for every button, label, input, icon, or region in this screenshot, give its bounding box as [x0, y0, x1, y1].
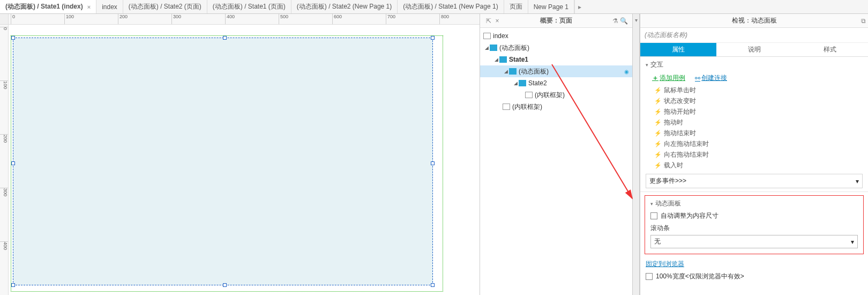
- scrollbar-label: 滚动条: [645, 224, 863, 233]
- ruler-tick: 0: [0, 27, 8, 30]
- event-label: 向左拖动结束时: [664, 139, 709, 149]
- ruler-tick: 300: [171, 14, 181, 24]
- tab-newpage1[interactable]: New Page 1: [528, 0, 574, 13]
- chevron-down-icon: ▾: [646, 62, 648, 68]
- tab-state2-page[interactable]: (动态面板) / State2 (页面): [123, 0, 207, 13]
- more-events-label: 更多事件>>>: [649, 176, 686, 186]
- widget-name-input[interactable]: (动态面板名称): [640, 28, 868, 43]
- checkbox-label: 100%宽度<仅限浏览器中有效>: [656, 272, 744, 281]
- locate-icon[interactable]: ◉: [624, 69, 629, 75]
- event-dragstart[interactable]: ⚡拖动开始时: [654, 106, 863, 117]
- event-swipeleft[interactable]: ⚡向左拖动结束时: [654, 138, 863, 149]
- tree-frame2[interactable]: (内联框架): [480, 101, 632, 113]
- ruler-horizontal: 0 100 200 300 400 500 600 700 800: [9, 14, 480, 25]
- chevron-down-icon: ▾: [650, 201, 653, 206]
- event-label: 向右拖动结束时: [664, 150, 709, 159]
- tree-state2[interactable]: ◢ State2: [480, 77, 632, 89]
- tab-state1-newpage1[interactable]: (动态面板) / State1 (New Page 1): [398, 0, 504, 13]
- outline-tree[interactable]: index ◢ (动态面板) ◢ State1 ◢ (动态面板) ◉ ◢: [480, 28, 632, 295]
- tab-properties[interactable]: 属性: [640, 43, 716, 56]
- section-title-interaction[interactable]: ▾交互: [646, 60, 863, 69]
- expander-icon[interactable]: ◢: [483, 45, 490, 50]
- expander-icon[interactable]: ◢: [512, 80, 519, 86]
- resize-handle[interactable]: [223, 283, 227, 287]
- dynamic-panel-icon: [509, 68, 517, 75]
- close-icon[interactable]: ×: [493, 17, 502, 25]
- resize-handle[interactable]: [11, 36, 15, 40]
- section-label: 交互: [650, 60, 663, 69]
- scrollbar-select[interactable]: 无▾: [650, 235, 858, 248]
- close-icon[interactable]: ×: [87, 4, 91, 10]
- resize-handle[interactable]: [11, 283, 15, 287]
- outline-panel: ⇱ × 概要：页面 ⚗ 🔍 index ◢ (动态面板) ◢ State1 ◢: [480, 14, 632, 295]
- checkbox[interactable]: [646, 273, 653, 280]
- ruler-tick: 200: [0, 134, 8, 143]
- event-label: 拖动时: [664, 118, 683, 127]
- filter-icon[interactable]: ⚗: [611, 17, 619, 25]
- resize-handle[interactable]: [431, 36, 435, 40]
- link-label: 添加用例: [660, 73, 685, 83]
- section-label: 动态面板: [655, 199, 681, 208]
- expander-icon[interactable]: ◢: [503, 69, 509, 74]
- canvas-area[interactable]: 0 100 200 300 400 500 600 700 800 0 100 …: [0, 14, 480, 295]
- selected-widget[interactable]: [13, 38, 433, 285]
- tree-state1[interactable]: ◢ State1: [480, 54, 632, 65]
- chevron-down-icon: ▾: [856, 178, 859, 185]
- resize-handle[interactable]: [431, 283, 435, 287]
- canvas[interactable]: [9, 25, 480, 295]
- ruler-tick: 200: [118, 14, 128, 24]
- tab-style[interactable]: 样式: [792, 43, 868, 56]
- tab-state1-index[interactable]: (动态面板) / State1 (index)×: [0, 0, 96, 13]
- splitter[interactable]: ▾: [632, 14, 640, 295]
- event-onload[interactable]: ⚡载入时: [654, 160, 863, 171]
- tab-label: (动态面板) / State1 (页面): [213, 2, 286, 11]
- more-events-dropdown[interactable]: 更多事件>>>▾: [646, 174, 863, 188]
- tree-label: State2: [528, 79, 547, 87]
- create-link[interactable]: ⚯创建连接: [695, 73, 727, 83]
- chevron-down-icon: ▾: [851, 238, 854, 246]
- tree-dp2-selected[interactable]: ◢ (动态面板) ◉: [480, 65, 632, 77]
- event-icon: ⚡: [654, 119, 662, 126]
- ruler-tick: 500: [279, 14, 288, 24]
- tab-state1-page[interactable]: (动态面板) / State1 (页面): [207, 0, 291, 13]
- expander-icon[interactable]: ◢: [493, 57, 499, 62]
- event-statechange[interactable]: ⚡状态改变时: [654, 95, 863, 106]
- resize-handle[interactable]: [431, 161, 435, 165]
- properties-panel: 检视：动态面板 ⧉ (动态面板名称) 属性 说明 样式 ▾交互 ＋添加用例 ⚯创…: [640, 14, 868, 295]
- ruler-tick: 400: [0, 241, 8, 250]
- tree-label: (动态面板): [519, 67, 624, 76]
- event-label: 状态改变时: [664, 97, 696, 106]
- tree-label: index: [493, 32, 508, 40]
- tab-index[interactable]: index: [96, 0, 123, 13]
- event-swiperight[interactable]: ⚡向右拖动结束时: [654, 149, 863, 160]
- property-tabs: 属性 说明 样式: [640, 43, 868, 57]
- pin-icon[interactable]: ⇱: [484, 17, 493, 25]
- resize-handle[interactable]: [11, 161, 15, 165]
- tree-frame1[interactable]: (内联框架): [480, 89, 632, 101]
- dynamic-panel-icon: [490, 45, 497, 51]
- frame-icon: [525, 92, 533, 98]
- tab-notes[interactable]: 说明: [716, 43, 792, 56]
- props-header: 检视：动态面板 ⧉: [640, 14, 868, 28]
- checkbox[interactable]: [650, 212, 657, 219]
- event-dragend[interactable]: ⚡拖动结束时: [654, 128, 863, 138]
- tree-page[interactable]: index: [480, 30, 632, 42]
- tab-state2-newpage1[interactable]: (动态面板) / State2 (New Page 1): [291, 0, 398, 13]
- popout-icon[interactable]: ⧉: [861, 17, 866, 25]
- tab-scroll-right[interactable]: ▸: [574, 0, 584, 13]
- tab-page[interactable]: 页面: [504, 0, 528, 13]
- event-drag[interactable]: ⚡拖动时: [654, 117, 863, 128]
- section-title-dp[interactable]: ▾动态面板: [645, 199, 863, 208]
- link-icon: ⚯: [695, 75, 700, 82]
- add-case-link[interactable]: ＋添加用例: [652, 73, 685, 83]
- tab-label: (动态面板) / State1 (index): [5, 2, 83, 11]
- event-label: 拖动结束时: [664, 129, 696, 138]
- width100-row[interactable]: 100%宽度<仅限浏览器中有效>: [640, 271, 868, 282]
- resize-handle[interactable]: [223, 36, 227, 40]
- autofit-checkbox-row[interactable]: 自动调整为内容尺寸: [645, 210, 863, 222]
- pin-to-browser-link[interactable]: 固定到浏览器: [640, 257, 868, 271]
- search-icon[interactable]: 🔍: [619, 17, 628, 25]
- event-onclick[interactable]: ⚡鼠标单击时: [654, 85, 863, 95]
- ruler-tick: 700: [386, 14, 395, 24]
- tree-dp1[interactable]: ◢ (动态面板): [480, 42, 632, 54]
